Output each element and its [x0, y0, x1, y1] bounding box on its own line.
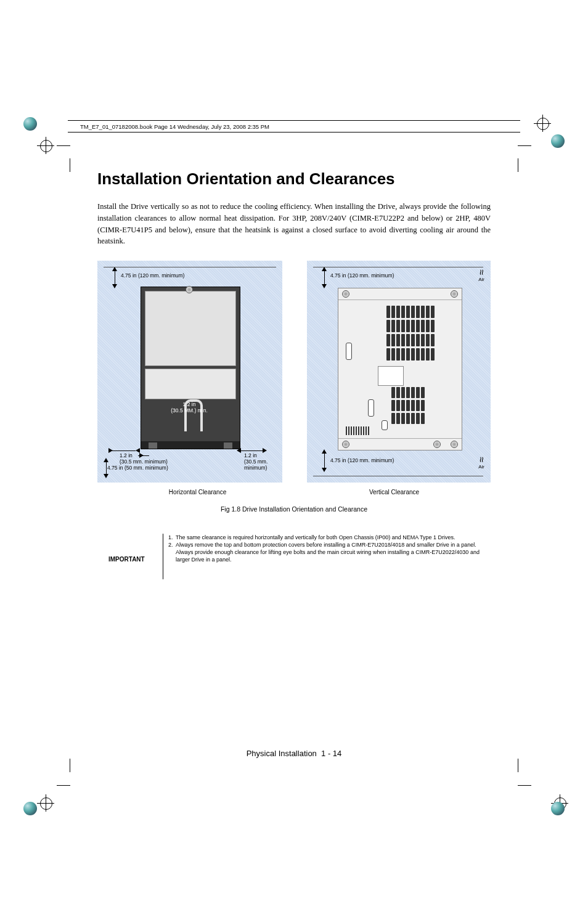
- figure-caption: Fig 1.8 Drive Installation Orientation a…: [97, 505, 491, 513]
- dim-label: 4.75 in (120 mm. minimum): [330, 458, 394, 464]
- dim-label: 1.2 in (30.5 mm. minimum): [120, 453, 168, 465]
- crop-line: [518, 145, 531, 146]
- arrow-up-icon: [104, 458, 108, 462]
- figure-panel-vertical: 4.75 in (120 mm. minimum) ≈ Air ≈ Air: [307, 261, 491, 483]
- running-header: TM_E7_01_07182008.book Page 14 Wednesday…: [68, 120, 520, 132]
- crop-line: [518, 785, 531, 786]
- barcode-icon: [346, 426, 369, 435]
- caption-horizontal: Horizontal Clearance: [169, 489, 226, 495]
- crop-line: [518, 158, 518, 172]
- figure-panel-captions: Horizontal Clearance Vertical Clearance: [97, 489, 491, 495]
- mount-notch: [224, 442, 232, 449]
- dim-label: 4.75 in (50 mm. minimum): [107, 465, 168, 471]
- body-paragraph: Install the Drive vertically so as not t…: [97, 201, 491, 247]
- list-item: 2. Always remove the top and bottom prot…: [168, 541, 480, 548]
- arrow-left-icon: [237, 448, 241, 453]
- dimension-arrow: [240, 450, 264, 451]
- arrow-up-icon: [322, 449, 327, 454]
- registration-dot-icon: [551, 134, 565, 148]
- screw-icon: [433, 441, 441, 448]
- list-item: 1. The same clearance is required horizo…: [168, 534, 480, 541]
- drive-display-slot: [145, 369, 236, 399]
- list-item: Always provide enough clearance for lift…: [168, 548, 480, 563]
- dim-label: 4.75 in (120 mm. minimum): [121, 273, 184, 279]
- important-note: IMPORTANT 1. The same clearance is requi…: [108, 534, 480, 579]
- dim-label: 1.2 in (30.5 MM.) min.: [158, 402, 220, 414]
- caption-vertical: Vertical Clearance: [369, 489, 419, 495]
- important-text: Always provide enough clearance for lift…: [176, 548, 480, 563]
- wave-icon: ≈: [478, 457, 484, 463]
- arrow-up-icon: [322, 267, 327, 271]
- registration-dot-icon: [23, 117, 37, 131]
- heatsink-vents: [386, 306, 435, 361]
- page-title: Installation Orientation and Clearances: [97, 169, 491, 189]
- dim-label: 4.75 in (120 mm. minimum): [330, 273, 394, 279]
- screw-icon: [342, 441, 349, 448]
- header-text: TM_E7_01_07182008.book Page 14 Wednesday…: [80, 123, 269, 130]
- footer-page: 1 - 14: [321, 749, 341, 758]
- heatsink-vents: [391, 387, 425, 424]
- mount-notch: [149, 442, 157, 449]
- slot-icon: [382, 420, 388, 430]
- screw-icon: [342, 290, 349, 298]
- important-text: Always remove the top and bottom protect…: [176, 541, 476, 548]
- arrow-down-icon: [112, 284, 117, 288]
- important-list: 1. The same clearance is required horizo…: [163, 534, 480, 564]
- dimension-arrow: [106, 460, 107, 475]
- dimension-arrow: [112, 450, 136, 451]
- air-flow-icon: ≈ Air: [478, 269, 484, 282]
- figure-1-8: 4.75 in (120 mm. minimum) 1.2 in (30.5 M…: [97, 261, 491, 483]
- screw-icon: [186, 286, 193, 293]
- crop-line: [57, 145, 70, 146]
- drive-front-icon: 1.2 in (30.5 MM.) min.: [141, 287, 240, 449]
- registration-dot-icon: [23, 802, 37, 815]
- figure-panel-horizontal: 4.75 in (120 mm. minimum) 1.2 in (30.5 M…: [97, 261, 282, 483]
- content-area: Installation Orientation and Clearances …: [97, 169, 491, 579]
- divider-line: [338, 300, 462, 300]
- crop-line: [518, 759, 518, 772]
- arrow-left-icon: [136, 448, 140, 453]
- arrow-right-icon: [263, 448, 267, 453]
- important-text: The same clearance is required horizonta…: [176, 534, 455, 541]
- arrow-down-icon: [322, 284, 327, 288]
- crop-line: [70, 158, 70, 172]
- crop-line: [57, 785, 70, 786]
- arrow-down-icon: [322, 468, 327, 472]
- dim-label: 1.2 in (30.5 mm. minimum): [244, 453, 282, 471]
- page-container: TM_E7_01_07182008.book Page 14 Wednesday…: [0, 0, 588, 909]
- arrow-up-icon: [112, 267, 117, 271]
- guide-line: [313, 476, 483, 476]
- page-footer: Physical Installation 1 - 14: [0, 749, 588, 758]
- guide-line: [313, 267, 483, 267]
- screw-icon: [451, 290, 458, 298]
- drive-cover-panel: [145, 291, 236, 366]
- guide-line: [104, 267, 276, 267]
- label-plate: [378, 366, 404, 386]
- registration-dot-icon: [551, 802, 565, 815]
- divider-line: [338, 438, 462, 439]
- screw-icon: [451, 441, 458, 448]
- footer-section: Physical Installation: [247, 749, 317, 758]
- wave-icon: ≈: [478, 270, 484, 275]
- arrow-down-icon: [104, 474, 108, 478]
- air-flow-icon: ≈ Air: [478, 457, 484, 470]
- dimension-arrow: [324, 452, 325, 469]
- important-label: IMPORTANT: [108, 534, 163, 579]
- slot-icon: [346, 343, 352, 360]
- slot-icon: [368, 399, 374, 417]
- drive-rear-icon: [338, 288, 462, 450]
- crop-line: [70, 759, 70, 772]
